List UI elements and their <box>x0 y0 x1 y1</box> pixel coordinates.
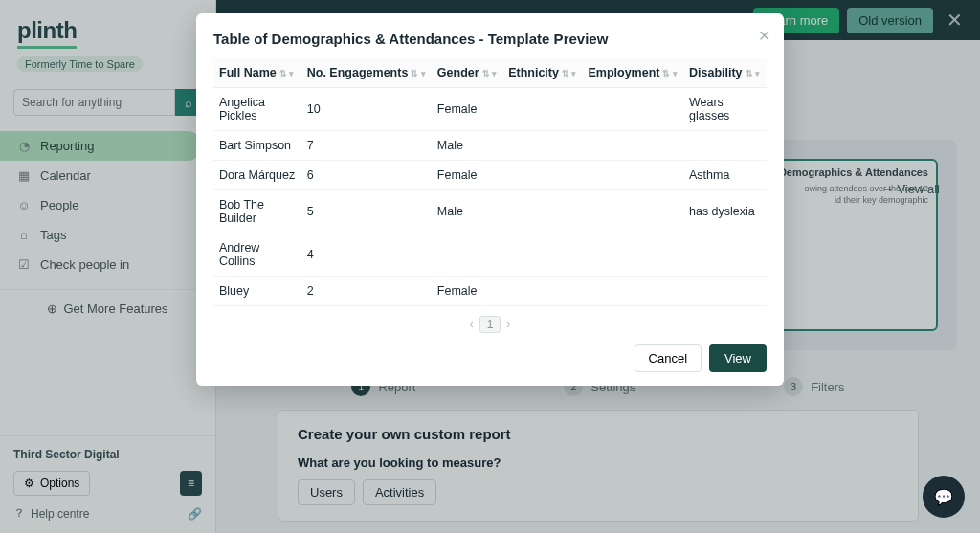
table-cell: Angelica Pickles <box>213 88 301 131</box>
table-cell <box>582 190 683 233</box>
col-ethnicity[interactable]: Ethnicity⇅ ▾ <box>502 58 582 88</box>
view-button[interactable]: View <box>709 344 767 372</box>
pager-current: 1 <box>479 316 501 333</box>
table-cell: has dyslexia <box>683 190 767 233</box>
table-cell: Wears glasses <box>683 88 767 131</box>
pagination: ‹ 1 › <box>213 306 767 337</box>
table-cell <box>683 131 767 161</box>
table-cell <box>582 277 683 306</box>
table-cell: Asthma <box>683 161 767 190</box>
modal-actions: Cancel View <box>213 344 767 372</box>
table-cell <box>683 233 767 277</box>
table-cell <box>582 88 683 131</box>
col-disability[interactable]: Disability⇅ ▾ <box>683 58 767 88</box>
table-cell <box>582 131 683 161</box>
sort-icon[interactable]: ⇅ ▾ <box>411 69 426 78</box>
table-cell: Male <box>432 131 502 161</box>
sort-icon[interactable]: ⇅ ▾ <box>746 69 761 78</box>
table-cell <box>502 190 582 233</box>
table-cell: Bart Simpson <box>213 131 301 161</box>
table-cell <box>502 88 582 131</box>
table-cell: 2 <box>301 277 432 306</box>
sort-icon[interactable]: ⇅ ▾ <box>279 69 295 78</box>
table-row: Bluey2Female <box>213 277 767 306</box>
table-cell: Dora Márquez <box>213 161 301 190</box>
pager-next[interactable]: › <box>506 318 510 331</box>
table-row: Andrew Collins4 <box>213 233 767 277</box>
table-row: Angelica Pickles10FemaleWears glasses <box>213 88 767 131</box>
table-cell <box>432 233 502 277</box>
table-row: Dora Márquez6FemaleAsthma <box>213 161 767 190</box>
pager-prev[interactable]: ‹ <box>470 318 474 331</box>
table-cell: 6 <box>301 161 432 190</box>
table-cell: Female <box>432 88 502 131</box>
table-cell: 7 <box>301 131 432 161</box>
col-gender[interactable]: Gender⇅ ▾ <box>432 58 502 88</box>
table-cell: Female <box>432 277 502 306</box>
table-cell: Female <box>432 161 502 190</box>
table-cell: Male <box>432 190 502 233</box>
chat-icon: 💬 <box>934 488 953 506</box>
col-fullname[interactable]: Full Name⇅ ▾ <box>213 58 301 88</box>
table-cell <box>502 161 582 190</box>
sort-icon[interactable]: ⇅ ▾ <box>482 69 498 78</box>
table-cell <box>683 277 767 306</box>
table-cell <box>502 131 582 161</box>
table-cell: Bob The Builder <box>213 190 301 233</box>
col-engagements[interactable]: No. Engagements⇅ ▾ <box>301 58 432 88</box>
table-cell: Bluey <box>213 277 301 306</box>
sort-icon[interactable]: ⇅ ▾ <box>562 69 577 78</box>
table-cell: Andrew Collins <box>213 233 301 277</box>
col-employment[interactable]: Employment⇅ ▾ <box>582 58 683 88</box>
table-cell <box>502 233 582 277</box>
table-cell <box>582 233 683 277</box>
table-cell <box>502 277 582 306</box>
chat-launcher[interactable]: 💬 <box>923 476 965 518</box>
table-cell: 10 <box>301 88 432 131</box>
modal-overlay: ✕ Table of Demographics & Attendances - … <box>0 0 980 533</box>
table-cell: 4 <box>301 233 432 277</box>
table-cell <box>582 161 683 190</box>
modal-close-icon[interactable]: ✕ <box>758 27 770 45</box>
sort-icon[interactable]: ⇅ ▾ <box>662 69 678 78</box>
table-cell: 5 <box>301 190 432 233</box>
table-row: Bart Simpson7Male <box>213 131 767 161</box>
preview-table: Full Name⇅ ▾ No. Engagements⇅ ▾ Gender⇅ … <box>213 58 767 306</box>
table-row: Bob The Builder5Malehas dyslexia <box>213 190 767 233</box>
cancel-button[interactable]: Cancel <box>635 344 702 372</box>
template-preview-modal: ✕ Table of Demographics & Attendances - … <box>196 13 784 386</box>
modal-title: Table of Demographics & Attendances - Te… <box>213 31 767 47</box>
